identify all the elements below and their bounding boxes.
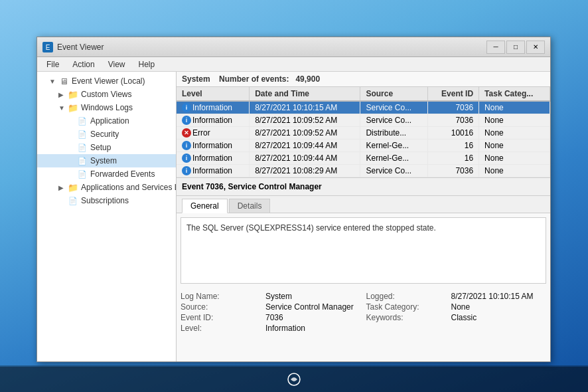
start-button[interactable] — [281, 369, 307, 389]
cell-task: None — [479, 140, 550, 152]
logged-label: Logged: — [366, 292, 446, 301]
menu-view[interactable]: View — [103, 58, 131, 70]
node-name: System — [182, 74, 210, 84]
logged-value: 8/27/2021 10:10:15 AM — [451, 292, 547, 301]
keywords-label: Keywords: — [366, 313, 446, 322]
menu-action[interactable]: Action — [67, 58, 100, 70]
cell-eventid: 7036 — [428, 114, 479, 127]
tree-item-apps-services[interactable]: ▶ 📁 Applications and Services Lo... — [37, 181, 176, 194]
menu-file[interactable]: File — [41, 58, 64, 70]
expand-icon-apps: ▶ — [58, 184, 68, 191]
tab-details[interactable]: Details — [229, 199, 271, 213]
tree-label-windows-logs: Windows Logs — [81, 103, 133, 112]
tree-label-application: Application — [90, 116, 129, 126]
list-header: System Number of events: 49,900 — [177, 72, 550, 87]
svg-text:E: E — [46, 44, 50, 51]
col-task[interactable]: Task Categ... — [479, 87, 550, 101]
cell-task: None — [479, 127, 550, 140]
event-message: The SQL Server (SQLEXPRESS14) service en… — [186, 223, 436, 233]
log-name-label: Log Name: — [181, 292, 260, 301]
source-value: Service Control Manager — [265, 302, 361, 312]
event-table-container[interactable]: Level Date and Time Source Event ID Task… — [177, 87, 550, 178]
tree-label-subscriptions: Subscriptions — [81, 196, 129, 205]
tree-label-forwarded: Forwarded Events — [90, 169, 155, 179]
minimize-button[interactable]: ─ — [486, 41, 505, 54]
tree-label-security: Security — [90, 130, 119, 139]
event-table: Level Date and Time Source Event ID Task… — [177, 87, 550, 177]
cell-eventid: 16 — [428, 140, 479, 152]
table-row[interactable]: ✕Error 8/27/2021 10:09:52 AM Distribute.… — [177, 127, 550, 140]
event-viewer-window: E Event Viewer ─ □ ✕ File Action View He… — [37, 37, 551, 362]
cell-task: None — [479, 101, 550, 114]
cell-task: None — [479, 114, 550, 127]
tree-item-security[interactable]: 📄 Security — [37, 128, 176, 141]
events-label: Number of events: — [219, 74, 289, 84]
cell-datetime: 8/27/2021 10:09:52 AM — [250, 127, 360, 140]
pc-icon: 🖥 — [58, 76, 69, 86]
expand-icon-custom: ▶ — [58, 91, 68, 98]
info-icon: i — [182, 141, 191, 150]
tree-label-event-viewer: Event Viewer (Local) — [72, 76, 145, 86]
tree-item-event-viewer[interactable]: ▼ 🖥 Event Viewer (Local) — [37, 74, 176, 88]
folder-icon-apps: 📁 — [68, 182, 78, 193]
table-row[interactable]: iInformation 8/27/2021 10:10:15 AM Servi… — [177, 101, 550, 114]
table-row[interactable]: iInformation 8/27/2021 10:08:29 AM Servi… — [177, 165, 550, 177]
tree-item-system[interactable]: 📄 System — [37, 154, 176, 167]
window-title: Event Viewer — [57, 43, 482, 52]
cell-source: Service Co... — [360, 101, 428, 114]
detail-tabs: General Details — [177, 196, 550, 213]
table-row[interactable]: iInformation 8/27/2021 10:09:44 AM Kerne… — [177, 140, 550, 152]
maximize-button[interactable]: □ — [506, 41, 525, 54]
col-source[interactable]: Source — [360, 87, 428, 101]
cell-source: Service Co... — [360, 114, 428, 127]
menu-help[interactable]: Help — [133, 58, 161, 70]
cell-source: Distribute... — [360, 127, 428, 140]
tree-label-apps-services: Applications and Services Lo... — [81, 183, 177, 192]
detail-panel: Event 7036, Service Control Manager Gene… — [177, 178, 550, 361]
detail-content: The SQL Server (SQLEXPRESS14) service en… — [177, 213, 550, 361]
log-icon-security: 📄 — [77, 129, 88, 140]
folder-icon-custom: 📁 — [68, 89, 78, 100]
col-datetime[interactable]: Date and Time — [250, 87, 360, 101]
log-icon-setup: 📄 — [77, 142, 88, 153]
task-label: Task Category: — [366, 302, 446, 312]
error-icon: ✕ — [182, 128, 191, 138]
cell-source: Service Co... — [360, 165, 428, 177]
app-icon: E — [42, 42, 53, 52]
tree-label-system: System — [90, 156, 117, 165]
col-level[interactable]: Level — [177, 87, 250, 101]
cell-datetime: 8/27/2021 10:09:52 AM — [250, 114, 360, 127]
cell-datetime: 8/27/2021 10:09:44 AM — [250, 152, 360, 165]
table-row[interactable]: iInformation 8/27/2021 10:09:44 AM Kerne… — [177, 152, 550, 165]
cell-source: Kernel-Ge... — [360, 152, 428, 165]
table-row[interactable]: iInformation 8/27/2021 10:09:52 AM Servi… — [177, 114, 550, 127]
tree-item-windows-logs[interactable]: ▼ 📁 Windows Logs — [37, 101, 176, 114]
cell-eventid: 16 — [428, 152, 479, 165]
close-button[interactable]: ✕ — [526, 41, 545, 54]
tree-item-setup[interactable]: 📄 Setup — [37, 141, 176, 154]
tree-item-custom-views[interactable]: ▶ 📁 Custom Views — [37, 88, 176, 101]
cell-level: iInformation — [177, 140, 250, 152]
log-icon-forwarded: 📄 — [77, 169, 88, 179]
log-icon-app: 📄 — [77, 116, 88, 126]
right-panel: System Number of events: 49,900 Level Da… — [177, 72, 550, 361]
tab-general[interactable]: General — [182, 199, 228, 213]
log-name-value: System — [265, 292, 361, 301]
tree-item-application[interactable]: 📄 Application — [37, 114, 176, 128]
level-label: Level: — [181, 324, 260, 333]
info-icon: i — [182, 153, 191, 163]
log-icon-system: 📄 — [77, 155, 88, 166]
menubar: File Action View Help — [37, 57, 550, 72]
col-eventid[interactable]: Event ID — [428, 87, 479, 101]
expand-icon: ▼ — [49, 78, 58, 85]
folder-icon-winlogs: 📁 — [68, 102, 78, 113]
cell-task: None — [479, 165, 550, 177]
cell-level: iInformation — [177, 101, 250, 114]
source-label: Source: — [181, 302, 260, 312]
content-area: ▼ 🖥 Event Viewer (Local) ▶ 📁 Custom View… — [37, 72, 550, 361]
cell-level: ✕Error — [177, 127, 250, 140]
tree-item-subscriptions[interactable]: 📄 Subscriptions — [37, 194, 176, 207]
tree-item-forwarded-events[interactable]: 📄 Forwarded Events — [37, 167, 176, 181]
cell-level: iInformation — [177, 114, 250, 127]
info-icon: i — [182, 103, 191, 112]
